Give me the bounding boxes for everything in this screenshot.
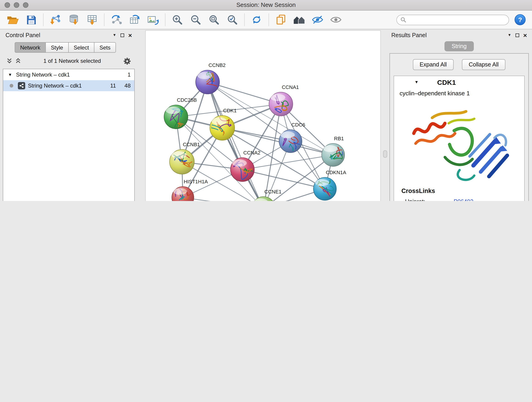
tab-network[interactable]: Network bbox=[15, 42, 46, 53]
hide-graphics-button[interactable] bbox=[311, 13, 324, 26]
import-table-button[interactable] bbox=[86, 13, 99, 26]
network-node-count: 11 bbox=[104, 83, 116, 89]
refresh-icon bbox=[251, 14, 262, 25]
help-button[interactable]: ? bbox=[515, 14, 526, 25]
toolbar-separator bbox=[43, 13, 44, 26]
toolbar-separator bbox=[165, 13, 165, 26]
database-import-icon bbox=[68, 14, 79, 25]
results-panel: Results Panel ▼ × String Expand All Coll… bbox=[389, 31, 530, 201]
search-box[interactable] bbox=[396, 14, 509, 25]
save-floppy-icon bbox=[26, 15, 36, 25]
zoom-fit-icon bbox=[209, 14, 220, 25]
svg-text:CCNA2: CCNA2 bbox=[243, 150, 260, 156]
collapse-all-button[interactable]: Collapse All bbox=[462, 59, 506, 70]
window-title: Session: New Session bbox=[0, 0, 532, 10]
control-panel-tabs: Network Style Select Sets bbox=[15, 42, 136, 53]
eye-slash-icon bbox=[312, 15, 323, 24]
collapse-all-networks-icon[interactable] bbox=[15, 58, 21, 64]
network-collection-row[interactable]: ▼ String Network – cdk1 1 bbox=[3, 69, 134, 80]
tab-select[interactable]: Select bbox=[68, 42, 94, 53]
tab-sets[interactable]: Sets bbox=[94, 42, 116, 53]
toolbar-separator bbox=[244, 13, 245, 26]
network-options-gear-icon[interactable] bbox=[123, 57, 131, 65]
zoom-in-button[interactable] bbox=[171, 13, 184, 26]
save-session-button[interactable] bbox=[25, 13, 38, 26]
expand-all-button[interactable]: Expand All bbox=[413, 59, 454, 70]
export-image-button[interactable] bbox=[147, 13, 159, 26]
open-session-button[interactable] bbox=[6, 13, 19, 26]
network-collection-label: String Network – cdk1 bbox=[16, 71, 70, 78]
search-icon bbox=[400, 17, 406, 23]
open-folder-icon bbox=[7, 15, 19, 25]
crosslink-label: Uniprot: bbox=[405, 198, 454, 201]
panel-float-icon[interactable] bbox=[120, 33, 124, 37]
panel-close-icon[interactable]: × bbox=[523, 32, 527, 38]
image-export-icon bbox=[147, 14, 159, 25]
panel-float-icon[interactable] bbox=[515, 33, 519, 37]
network-edge-count: 48 bbox=[119, 83, 131, 89]
tab-style[interactable]: Style bbox=[45, 42, 69, 53]
toolbar-separator bbox=[104, 13, 104, 26]
control-panel-title: Control Panel bbox=[6, 32, 40, 38]
svg-text:RB1: RB1 bbox=[334, 136, 344, 141]
clone-table-button[interactable] bbox=[128, 13, 141, 26]
svg-text:CCNE1: CCNE1 bbox=[264, 189, 282, 195]
zoom-selected-icon bbox=[227, 14, 238, 25]
results-panel-title: Results Panel bbox=[391, 32, 427, 38]
table-import-icon bbox=[86, 14, 98, 25]
gene-name: CDK1 bbox=[437, 78, 456, 86]
new-network-button[interactable] bbox=[110, 13, 123, 26]
network-row[interactable]: String Network – cdk1 11 48 bbox=[3, 80, 134, 91]
copy-document-button[interactable] bbox=[274, 13, 287, 26]
section-expanded-icon[interactable]: ▼ bbox=[413, 80, 420, 84]
table-refresh-icon bbox=[129, 14, 140, 25]
gene-section-header[interactable]: ▼ CDK1 bbox=[394, 76, 524, 88]
svg-text:CCNA1: CCNA1 bbox=[282, 84, 299, 90]
zoom-out-icon bbox=[190, 14, 201, 25]
search-input[interactable] bbox=[409, 16, 505, 23]
panel-collapse-icon[interactable]: ▼ bbox=[113, 33, 116, 37]
gene-description: cyclin–dependent kinase 1 bbox=[394, 88, 524, 98]
string-results-box: Expand All Collapse All ▼ CDK1 cyclin–de… bbox=[389, 53, 529, 201]
import-network-from-database-button[interactable] bbox=[67, 13, 80, 26]
main-toolbar: ? bbox=[0, 11, 532, 29]
panel-collapse-icon[interactable]: ▼ bbox=[508, 33, 511, 37]
svg-text:CDC25B: CDC25B bbox=[177, 97, 197, 103]
import-network-from-file-button[interactable] bbox=[49, 13, 62, 26]
splitter-handle[interactable] bbox=[383, 150, 387, 158]
string-network-icon bbox=[18, 82, 25, 89]
network-tree: ▼ String Network – cdk1 1 String Network… bbox=[3, 69, 135, 201]
tab-string[interactable]: String bbox=[444, 41, 474, 51]
zoom-fit-button[interactable] bbox=[208, 13, 220, 26]
panel-close-icon[interactable]: × bbox=[128, 32, 132, 38]
svg-text:CDC6: CDC6 bbox=[291, 122, 305, 128]
crosslinks-title: CrossLinks bbox=[394, 183, 524, 197]
birds-eye-view-button[interactable] bbox=[293, 13, 306, 26]
svg-text:CCNB2: CCNB2 bbox=[209, 62, 226, 68]
toolbar-separator bbox=[268, 13, 269, 26]
control-panel: Control Panel ▼ × Network Style Select S… bbox=[2, 31, 136, 201]
new-network-icon bbox=[110, 14, 122, 25]
svg-text:HIST1H1A: HIST1H1A bbox=[184, 179, 208, 185]
zoom-out-button[interactable] bbox=[189, 13, 202, 26]
network-status-dot bbox=[10, 84, 13, 88]
houses-icon bbox=[293, 15, 306, 24]
svg-text:CCNB1: CCNB1 bbox=[183, 142, 200, 147]
network-canvas[interactable]: CCNB2CCNA1CDC25BCDK1CDC6RB1CCNB1CCNA2CDK… bbox=[146, 31, 380, 201]
collection-network-count: 1 bbox=[119, 71, 131, 78]
gene-details-card: ▼ CDK1 cyclin–dependent kinase 1 bbox=[394, 76, 525, 201]
crosslink-uniprot-link[interactable]: P06493 bbox=[454, 198, 473, 201]
svg-text:CDK1: CDK1 bbox=[223, 108, 237, 114]
network-view: CCNB2CCNA1CDC25BCDK1CDC6RB1CCNB1CCNA2CDK… bbox=[145, 30, 381, 201]
tree-expanded-icon[interactable]: ▼ bbox=[7, 72, 13, 77]
show-graphics-button[interactable] bbox=[329, 13, 342, 26]
expand-all-networks-icon[interactable] bbox=[6, 58, 12, 64]
zoom-selected-button[interactable] bbox=[226, 13, 239, 26]
protein-structure-image bbox=[406, 99, 512, 183]
eye-icon bbox=[330, 15, 342, 24]
apply-layout-button[interactable] bbox=[250, 13, 263, 26]
network-selection-summary: 1 of 1 Network selected bbox=[24, 58, 120, 64]
window-titlebar: Session: New Session bbox=[0, 0, 532, 11]
copy-icon bbox=[276, 14, 286, 25]
svg-text:CDKN1A: CDKN1A bbox=[326, 170, 346, 175]
